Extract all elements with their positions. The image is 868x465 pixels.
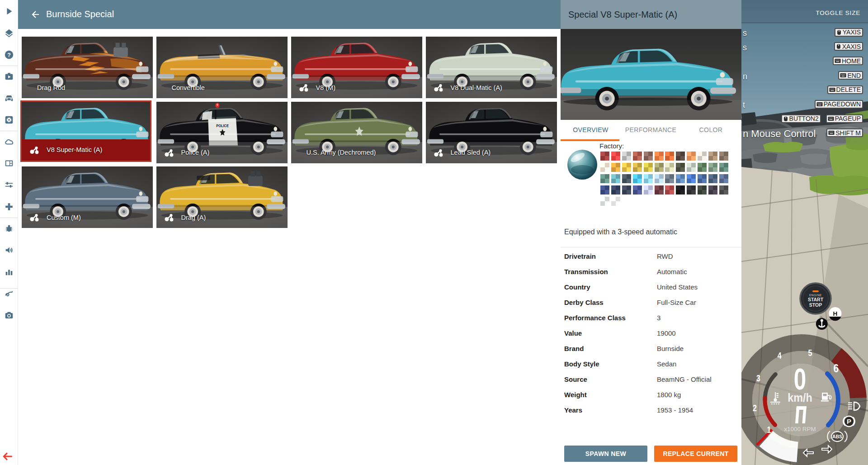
svg-text:POLICE: POLICE (216, 123, 229, 128)
svg-text:x1000 RPM: x1000 RPM (784, 426, 816, 432)
svg-text:5: 5 (808, 348, 812, 358)
svg-text:H: H (833, 310, 838, 317)
svg-text:P: P (847, 418, 851, 425)
svg-text:?: ? (7, 52, 11, 58)
svg-text:0: 0 (794, 362, 807, 396)
svg-text:ABS: ABS (832, 434, 842, 439)
svg-text:ENGINE: ENGINE (809, 294, 822, 297)
svg-text:START: START (808, 297, 824, 302)
svg-text:1: 1 (767, 425, 771, 435)
svg-text:6: 6 (834, 362, 839, 375)
svg-text:km/h: km/h (788, 391, 812, 404)
svg-text:2: 2 (753, 403, 757, 413)
svg-text:4: 4 (778, 351, 782, 361)
svg-text:3: 3 (756, 373, 760, 383)
svg-text:STOP: STOP (809, 302, 822, 308)
